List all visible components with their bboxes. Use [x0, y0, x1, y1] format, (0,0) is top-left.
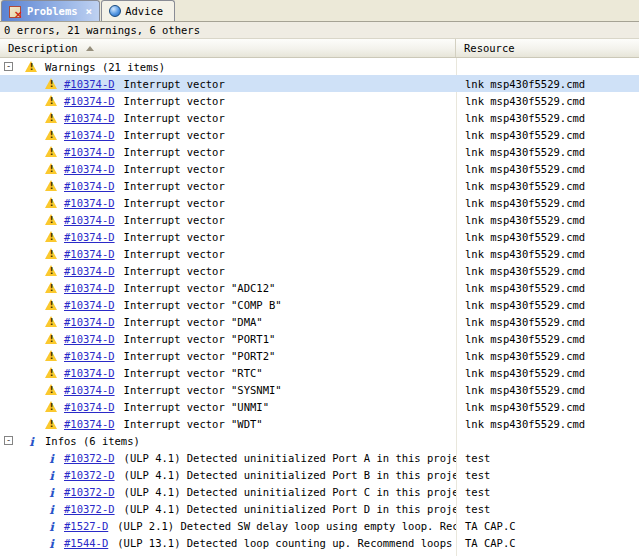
problem-code-link[interactable]: #10374-D — [64, 214, 115, 226]
problem-row[interactable]: #10374-DInterrupt vector "WDT"lnk_msp430… — [0, 415, 639, 432]
problem-row[interactable]: #10374-DInterrupt vector "PORT1"lnk_msp4… — [0, 330, 639, 347]
problem-row[interactable]: #10374-DInterrupt vector "UNMI"lnk_msp43… — [0, 398, 639, 415]
problem-code-link[interactable]: #10374-D — [64, 299, 115, 311]
warning-icon — [45, 418, 58, 430]
warning-icon — [45, 299, 58, 311]
problem-row[interactable]: #10374-DInterrupt vectorlnk_msp430f5529.… — [0, 177, 639, 194]
problem-code-link[interactable]: #10374-D — [64, 197, 115, 209]
tab-problems-label: Problems — [27, 5, 78, 17]
problem-code-link[interactable]: #10374-D — [64, 248, 115, 260]
problem-row[interactable]: #10374-DInterrupt vectorlnk_msp430f5529.… — [0, 143, 639, 160]
tab-advice[interactable]: Advice — [101, 0, 175, 21]
resource-cell: lnk_msp430f5529.cmd — [456, 214, 639, 226]
warning-icon — [45, 333, 58, 345]
problem-row[interactable]: #10374-DInterrupt vector "RTC"lnk_msp430… — [0, 364, 639, 381]
warning-icon — [45, 129, 58, 141]
problem-message: Interrupt vector — [124, 78, 225, 90]
warning-icon — [45, 180, 58, 192]
problem-row[interactable]: #10374-DInterrupt vector "SYSNMI"lnk_msp… — [0, 381, 639, 398]
warning-icon — [25, 61, 38, 73]
problem-code-link[interactable]: #10374-D — [64, 265, 115, 277]
problem-code-link[interactable]: #10374-D — [64, 78, 115, 90]
problem-code-link[interactable]: #1544-D — [64, 537, 108, 549]
problem-code-link[interactable]: #10374-D — [64, 384, 115, 396]
problem-row[interactable]: #1527-D(ULP 2.1) Detected SW delay loop … — [0, 517, 639, 534]
resource-cell: lnk_msp430f5529.cmd — [456, 316, 639, 328]
problem-row[interactable]: #10374-DInterrupt vectorlnk_msp430f5529.… — [0, 211, 639, 228]
problem-code-link[interactable]: #10374-D — [64, 401, 115, 413]
description-cell: #10374-DInterrupt vector — [0, 163, 456, 175]
group-row-infos[interactable]: -Infos (6 items) — [0, 432, 639, 449]
problem-message: (ULP 2.1) Detected SW delay loop using e… — [117, 520, 456, 532]
problem-message: Interrupt vector — [124, 214, 225, 226]
column-header-description[interactable]: Description — [0, 39, 456, 57]
problem-row[interactable]: #10374-DInterrupt vectorlnk_msp430f5529.… — [0, 92, 639, 109]
resource-cell: lnk_msp430f5529.cmd — [456, 384, 639, 396]
resource-cell: lnk_msp430f5529.cmd — [456, 401, 639, 413]
group-label: Warnings (21 items) — [45, 61, 165, 73]
problem-message: Interrupt vector "PORT1" — [124, 333, 276, 345]
resource-cell: lnk_msp430f5529.cmd — [456, 95, 639, 107]
problem-code-link[interactable]: #1527-D — [64, 520, 108, 532]
problem-code-link[interactable]: #10374-D — [64, 95, 115, 107]
problem-row[interactable]: #10372-D(ULP 4.1) Detected uninitialized… — [0, 449, 639, 466]
problem-row[interactable]: #10374-DInterrupt vectorlnk_msp430f5529.… — [0, 75, 639, 92]
problem-code-link[interactable]: #10372-D — [64, 452, 115, 464]
problem-message: Interrupt vector — [124, 146, 225, 158]
problem-code-link[interactable]: #10374-D — [64, 316, 115, 328]
problem-message: (ULP 4.1) Detected uninitialized Port C … — [124, 486, 456, 498]
problem-code-link[interactable]: #10374-D — [64, 367, 115, 379]
description-cell: #10374-DInterrupt vector "RTC" — [0, 367, 456, 379]
problem-code-link[interactable]: #10374-D — [64, 129, 115, 141]
problem-row[interactable]: #10374-DInterrupt vector "PORT2"lnk_msp4… — [0, 347, 639, 364]
resource-cell: lnk_msp430f5529.cmd — [456, 129, 639, 141]
problem-row[interactable]: #10374-DInterrupt vector "ADC12"lnk_msp4… — [0, 279, 639, 296]
description-cell: #10374-DInterrupt vector — [0, 129, 456, 141]
problem-row[interactable]: #10372-D(ULP 4.1) Detected uninitialized… — [0, 500, 639, 517]
close-icon[interactable]: × — [86, 6, 93, 17]
problem-code-link[interactable]: #10374-D — [64, 282, 115, 294]
description-cell: #10374-DInterrupt vector "PORT1" — [0, 333, 456, 345]
problem-message: (ULP 4.1) Detected uninitialized Port A … — [124, 452, 456, 464]
problem-row[interactable]: #10374-DInterrupt vectorlnk_msp430f5529.… — [0, 109, 639, 126]
problem-code-link[interactable]: #10374-D — [64, 112, 115, 124]
problem-row[interactable]: #10374-DInterrupt vectorlnk_msp430f5529.… — [0, 245, 639, 262]
tab-advice-label: Advice — [125, 5, 163, 17]
group-row-warnings[interactable]: -Warnings (21 items) — [0, 58, 639, 75]
column-header-resource[interactable]: Resource — [456, 39, 639, 57]
problem-code-link[interactable]: #10374-D — [64, 146, 115, 158]
resource-cell: test — [456, 486, 639, 498]
resource-cell: lnk_msp430f5529.cmd — [456, 265, 639, 277]
tab-problems[interactable]: Problems × — [1, 0, 100, 21]
problem-row[interactable]: #10374-DInterrupt vectorlnk_msp430f5529.… — [0, 228, 639, 245]
problem-row[interactable]: #10374-DInterrupt vectorlnk_msp430f5529.… — [0, 194, 639, 211]
problem-row[interactable]: #1544-D(ULP 13.1) Detected loop counting… — [0, 534, 639, 551]
warning-icon — [45, 95, 58, 107]
resource-cell: lnk_msp430f5529.cmd — [456, 163, 639, 175]
problem-code-link[interactable]: #10374-D — [64, 350, 115, 362]
problem-message: (ULP 13.1) Detected loop counting up. Re… — [117, 537, 456, 549]
problem-code-link[interactable]: #10372-D — [64, 469, 115, 481]
problem-code-link[interactable]: #10374-D — [64, 418, 115, 430]
problem-code-link[interactable]: #10372-D — [64, 503, 115, 515]
problem-code-link[interactable]: #10372-D — [64, 486, 115, 498]
problem-code-link[interactable]: #10374-D — [64, 163, 115, 175]
problem-row[interactable]: #10374-DInterrupt vectorlnk_msp430f5529.… — [0, 126, 639, 143]
warning-icon — [45, 384, 58, 396]
problem-row[interactable]: #10374-DInterrupt vector "DMA"lnk_msp430… — [0, 313, 639, 330]
resource-cell: lnk_msp430f5529.cmd — [456, 350, 639, 362]
collapse-toggle-icon[interactable]: - — [4, 62, 13, 71]
problem-code-link[interactable]: #10374-D — [64, 231, 115, 243]
problem-message: Interrupt vector — [124, 248, 225, 260]
description-cell: #10374-DInterrupt vector "COMP_B" — [0, 299, 456, 311]
problem-row[interactable]: #10374-DInterrupt vector "COMP_B"lnk_msp… — [0, 296, 639, 313]
problem-code-link[interactable]: #10374-D — [64, 333, 115, 345]
problem-row[interactable]: #10374-DInterrupt vectorlnk_msp430f5529.… — [0, 160, 639, 177]
problem-row[interactable]: #10372-D(ULP 4.1) Detected uninitialized… — [0, 466, 639, 483]
problem-code-link[interactable]: #10374-D — [64, 180, 115, 192]
problem-row[interactable]: #10374-DInterrupt vectorlnk_msp430f5529.… — [0, 262, 639, 279]
collapse-toggle-icon[interactable]: - — [4, 436, 13, 445]
problem-row[interactable]: #10372-D(ULP 4.1) Detected uninitialized… — [0, 483, 639, 500]
problem-message: (ULP 4.1) Detected uninitialized Port B … — [124, 469, 456, 481]
problem-message: Interrupt vector "COMP_B" — [124, 299, 282, 311]
